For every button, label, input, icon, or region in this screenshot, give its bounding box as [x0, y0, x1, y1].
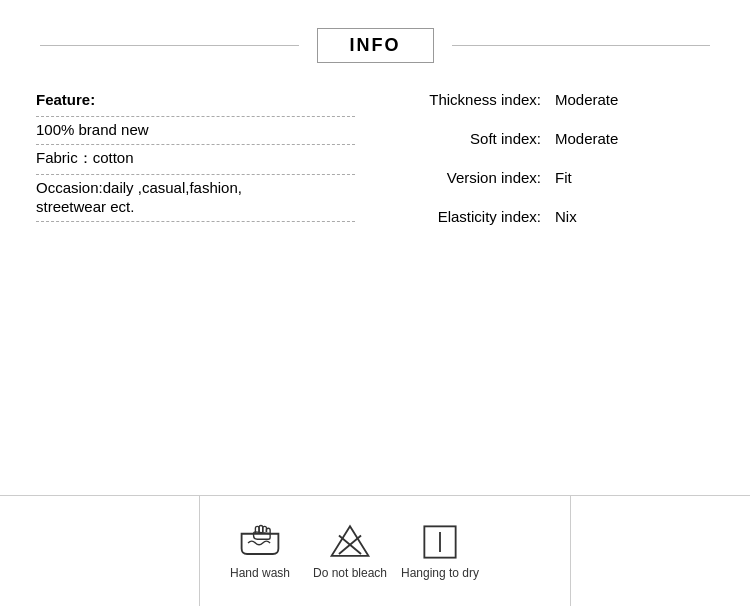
- bottom-inner: Hand wash Do not bleach: [0, 496, 750, 606]
- index-value-2: Fit: [555, 169, 572, 186]
- feature-block: Feature:: [36, 91, 355, 117]
- hang-dry-icon: [417, 522, 463, 562]
- bottom-right-empty: [570, 496, 750, 606]
- index-value-3: Nix: [555, 208, 577, 225]
- fabric-label: Fabric：cotton: [36, 149, 355, 168]
- info-title: INFO: [317, 28, 434, 63]
- page: INFO Feature: 100% brand new Fabric：cott…: [0, 0, 750, 606]
- index-value-0: Moderate: [555, 91, 618, 108]
- occasion-block: Occasion:daily ,casual,fashion, streetwe…: [36, 179, 355, 222]
- no-bleach-label: Do not bleach: [313, 566, 387, 580]
- left-column: Feature: 100% brand new Fabric：cotton Oc…: [36, 91, 375, 247]
- occasion-label: Occasion:daily ,casual,fashion,: [36, 179, 355, 196]
- care-item-hang-dry: Hanging to dry: [400, 522, 480, 580]
- index-row-0: Thickness index:Moderate: [395, 91, 714, 108]
- care-icons: Hand wash Do not bleach: [200, 496, 570, 606]
- bottom-left-empty: [0, 496, 200, 606]
- index-label-1: Soft index:: [395, 130, 555, 147]
- index-row-1: Soft index:Moderate: [395, 130, 714, 147]
- hand-wash-icon: [237, 522, 283, 562]
- no-bleach-icon: [327, 522, 373, 562]
- right-column: Thickness index:ModerateSoft index:Moder…: [375, 91, 714, 247]
- feature-value: 100% brand new: [36, 121, 355, 138]
- hand-wash-label: Hand wash: [230, 566, 290, 580]
- info-header: INFO: [0, 0, 750, 81]
- index-row-3: Elasticity index:Nix: [395, 208, 714, 225]
- care-item-no-bleach: Do not bleach: [310, 522, 390, 580]
- index-label-0: Thickness index:: [395, 91, 555, 108]
- header-line-right: [452, 45, 711, 46]
- index-label-3: Elasticity index:: [395, 208, 555, 225]
- main-content: Feature: 100% brand new Fabric：cotton Oc…: [0, 81, 750, 247]
- feature-label: Feature:: [36, 91, 355, 108]
- care-item-handwash: Hand wash: [220, 522, 300, 580]
- bottom-section: Hand wash Do not bleach: [0, 495, 750, 606]
- index-row-2: Version index:Fit: [395, 169, 714, 186]
- index-value-1: Moderate: [555, 130, 618, 147]
- occasion-value: streetwear ect.: [36, 198, 355, 215]
- fabric-block: Fabric：cotton: [36, 149, 355, 175]
- index-label-2: Version index:: [395, 169, 555, 186]
- feature-value-block: 100% brand new: [36, 121, 355, 145]
- header-line-left: [40, 45, 299, 46]
- hang-dry-label: Hanging to dry: [401, 566, 479, 580]
